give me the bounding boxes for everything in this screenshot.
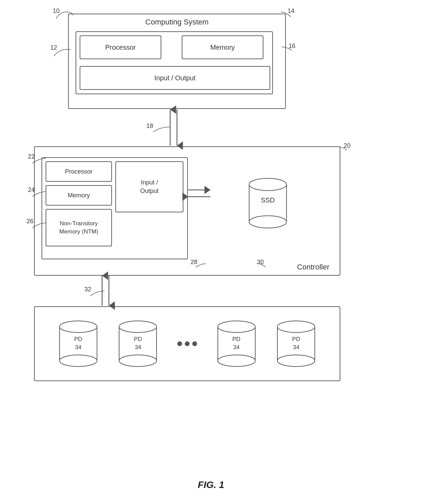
pd-cylinder-2: PD34	[117, 318, 158, 369]
svg-point-1	[249, 178, 287, 191]
controller-inner-box: Processor Input /Output Memory Non-Trans…	[42, 157, 188, 259]
ctrl-memory-box: Memory	[46, 185, 112, 206]
ref14-line	[281, 10, 291, 19]
svg-point-7	[119, 321, 157, 332]
svg-point-14	[277, 355, 315, 367]
ref30-line	[257, 262, 267, 269]
computing-system-label: Computing System	[69, 18, 285, 27]
dot-1	[177, 341, 182, 346]
memory-box-top: Memory	[182, 35, 263, 59]
controller-box: Controller Processor Input /Output Memor…	[34, 146, 340, 276]
ref20-line	[337, 145, 347, 152]
svg-point-2	[249, 216, 287, 228]
ref16-line	[282, 45, 292, 52]
figure-caption: FIG. 1	[0, 479, 422, 490]
svg-point-4	[60, 321, 97, 332]
ref24-line	[32, 190, 46, 198]
pd-inner: PD34 PD34	[35, 307, 340, 380]
ref22-line	[32, 157, 46, 165]
pd-cylinder-1: PD34	[58, 318, 99, 369]
ref32-line	[90, 289, 106, 298]
computing-system-inner: Processor Memory Input / Output	[76, 31, 273, 94]
ref26-line	[32, 221, 46, 230]
processor-box-top: Processor	[80, 35, 161, 59]
controller-label: Controller	[297, 263, 329, 272]
pd-cylinder-3: PD34	[216, 318, 257, 369]
dot-3	[192, 341, 197, 346]
computing-system-box: Computing System Processor Memory Input …	[68, 14, 286, 109]
io-box-top: Input / Output	[80, 66, 270, 90]
ref28-line	[196, 262, 208, 269]
ctrl-ntm-box: Non-TransitoryMemory (NTM)	[46, 209, 112, 246]
svg-point-8	[119, 355, 157, 367]
svg-point-11	[218, 355, 255, 367]
pd-box: PD34 PD34	[34, 306, 340, 381]
ssd-label: SSD	[246, 196, 290, 204]
svg-point-13	[277, 321, 315, 332]
ctrl-io-box: Input /Output	[115, 161, 183, 212]
ctrl-processor-box: Processor	[46, 161, 112, 182]
ref12-line	[54, 48, 71, 58]
ref18-line	[153, 125, 172, 134]
ellipsis-dots	[177, 341, 197, 346]
svg-point-10	[218, 321, 255, 332]
pd-cylinder-4: PD34	[276, 318, 316, 369]
svg-point-5	[60, 355, 97, 367]
diagram: Computing System Processor Memory Input …	[0, 0, 422, 504]
ssd-cylinder: SSD	[246, 174, 290, 230]
ref-18: 18	[146, 123, 153, 130]
dot-2	[185, 341, 190, 346]
ref10-line	[56, 10, 73, 20]
